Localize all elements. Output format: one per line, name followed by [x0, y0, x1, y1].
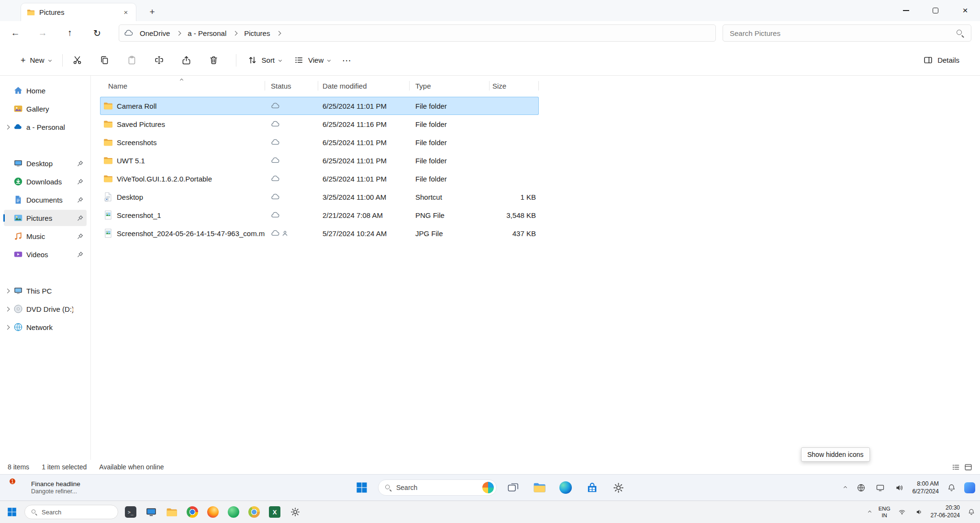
clock[interactable]: 8:00 AM 6/27/2024 — [912, 480, 939, 496]
column-header-date-modified[interactable]: Date modified — [318, 78, 410, 94]
widgets-button[interactable]: 1 Finance headline Dangote refiner... — [7, 475, 85, 500]
rename-button[interactable] — [149, 50, 169, 70]
sidebar-item-dvd-drive-d-ccc[interactable]: DVD Drive (D:) CCC — [4, 301, 87, 317]
host-settings-button[interactable] — [287, 504, 303, 520]
column-header-status[interactable]: Status — [265, 78, 318, 94]
store-button[interactable] — [582, 478, 602, 498]
file-row[interactable]: Screenshot_1 2/21/2024 7:08 AM PNG File … — [100, 206, 539, 224]
start-button[interactable] — [352, 478, 372, 498]
sidebar-item-music[interactable]: Music — [4, 228, 87, 244]
maximize-button[interactable] — [921, 0, 950, 21]
breadcrumb-chevron-icon[interactable] — [277, 31, 281, 35]
sidebar-item-pictures[interactable]: Pictures — [4, 210, 87, 226]
chevron-down-icon — [278, 58, 282, 62]
search-input[interactable] — [723, 24, 971, 42]
host-start-button[interactable] — [4, 504, 20, 520]
display-icon[interactable] — [874, 481, 887, 494]
folder-icon — [27, 9, 35, 16]
column-header-name[interactable]: Name — [100, 78, 265, 94]
file-row[interactable]: Camera Roll 6/25/2024 11:01 PM File fold… — [100, 97, 539, 115]
sort-button[interactable]: Sort — [241, 50, 288, 70]
new-button[interactable]: + New — [14, 50, 57, 70]
notifications-icon[interactable] — [945, 481, 958, 494]
more-options-button[interactable]: … — [336, 50, 356, 70]
new-tab-button[interactable]: + — [144, 5, 160, 19]
up-button[interactable]: ↑ — [60, 23, 79, 43]
column-header-size[interactable]: Size — [490, 78, 539, 94]
pin-icon — [77, 196, 84, 204]
file-row[interactable]: UWT 5.1 6/25/2024 11:01 PM File folder — [100, 151, 539, 170]
address-bar[interactable]: OneDrive a - Personal Pictures — [119, 24, 716, 42]
notifications-icon[interactable] — [966, 506, 977, 518]
excel-button[interactable] — [267, 504, 283, 520]
host-clock[interactable]: 20:30 27-06-2024 — [931, 504, 960, 519]
file-row[interactable]: Desktop 3/25/2024 11:00 AM Shortcut 1 KB — [100, 188, 539, 206]
paste-button[interactable] — [122, 50, 142, 70]
remote-desktop-button[interactable] — [143, 504, 159, 520]
explorer-tab[interactable]: Pictures × — [21, 3, 136, 21]
expand-chevron-icon[interactable] — [5, 325, 10, 330]
sidebar-item-a-personal[interactable]: a - Personal — [4, 119, 87, 135]
sidebar-item-desktop[interactable]: Desktop — [4, 155, 87, 171]
large-icons-view-icon[interactable] — [964, 463, 972, 471]
edge-button[interactable] — [556, 478, 576, 498]
share-button[interactable] — [177, 50, 197, 70]
file-type: JPG File — [410, 229, 490, 238]
file-explorer-button[interactable] — [529, 478, 549, 498]
column-header-type[interactable]: Type — [410, 78, 490, 94]
hidden-icons-chevron[interactable] — [867, 509, 873, 515]
file-area[interactable]: Name Status Date modified Type Size Came… — [91, 76, 980, 460]
expand-chevron-icon[interactable] — [5, 125, 10, 129]
sidebar-item-this-pc[interactable]: This PC — [4, 283, 87, 299]
file-row[interactable]: Screenshot_2024-05-26-14-15-47-963_com.m… — [100, 224, 539, 242]
sidebar-item-downloads[interactable]: Downloads — [4, 173, 87, 190]
details-view-icon[interactable] — [952, 463, 960, 471]
delete-button[interactable] — [204, 50, 224, 70]
taskbar-search[interactable]: Search — [378, 479, 497, 496]
sidebar-item-network[interactable]: Network — [4, 319, 87, 335]
file-type: File folder — [410, 138, 490, 147]
settings-button[interactable] — [608, 478, 628, 498]
firefox-button[interactable] — [205, 504, 221, 520]
host-search[interactable]: Search — [24, 505, 118, 519]
network-icon[interactable] — [855, 481, 868, 494]
expand-chevron-icon[interactable] — [5, 288, 10, 293]
details-button[interactable]: Details — [917, 50, 966, 70]
forward-button[interactable]: → — [33, 23, 52, 43]
green-app-button[interactable] — [225, 504, 242, 520]
breadcrumb-item-onedrive[interactable]: OneDrive — [136, 27, 174, 39]
sidebar-item-videos[interactable]: Videos — [4, 246, 87, 262]
sidebar-item-gallery[interactable]: Gallery — [4, 101, 87, 117]
chrome-beta-button[interactable] — [246, 504, 262, 520]
breadcrumb-item-a-personal[interactable]: a - Personal — [184, 27, 230, 39]
host-file-explorer-button[interactable] — [164, 504, 180, 520]
file-list[interactable]: Camera Roll 6/25/2024 11:01 PM File fold… — [100, 97, 539, 242]
file-row[interactable]: ViVeTool.GUI.1.6.2.0.Portable 6/25/2024 … — [100, 170, 539, 188]
file-row[interactable]: Screenshots 6/25/2024 11:01 PM File fold… — [100, 133, 539, 151]
view-button[interactable]: View — [288, 50, 336, 70]
file-status — [265, 102, 318, 109]
cut-button[interactable] — [67, 50, 88, 70]
copilot-icon[interactable] — [964, 482, 975, 493]
close-button[interactable]: × — [950, 0, 980, 21]
breadcrumb-chevron-icon[interactable] — [233, 31, 238, 35]
breadcrumb-item-pictures[interactable]: Pictures — [240, 27, 274, 39]
breadcrumb-chevron-icon[interactable] — [177, 31, 181, 35]
tab-close-icon[interactable]: × — [121, 7, 131, 18]
refresh-button[interactable]: ↻ — [88, 23, 107, 43]
language-indicator[interactable]: ENG IN — [879, 505, 891, 519]
volume-icon[interactable] — [893, 481, 906, 494]
wifi-icon[interactable] — [896, 506, 908, 518]
back-button[interactable]: ← — [6, 23, 25, 43]
expand-chevron-icon[interactable] — [5, 307, 10, 311]
hidden-icons-chevron[interactable] — [842, 485, 848, 491]
volume-icon[interactable] — [913, 506, 925, 518]
chrome-button[interactable] — [184, 504, 200, 520]
sidebar-item-documents[interactable]: Documents — [4, 192, 87, 208]
minimize-button[interactable] — [891, 0, 921, 21]
copy-button[interactable] — [95, 50, 115, 70]
terminal-app-button[interactable] — [122, 504, 139, 520]
task-view-button[interactable] — [503, 478, 523, 498]
file-row[interactable]: Saved Pictures 6/25/2024 11:16 PM File f… — [100, 115, 539, 133]
sidebar-item-home[interactable]: Home — [4, 82, 87, 99]
